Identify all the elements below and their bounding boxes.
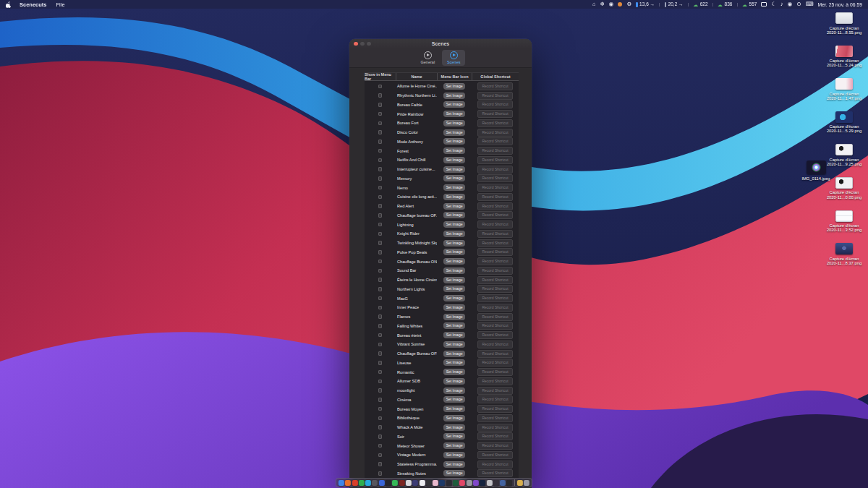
record-shortcut-button[interactable]: Record Shortcut — [477, 469, 512, 477]
dock-app-icon[interactable] — [359, 480, 365, 486]
dock-app-icon[interactable] — [426, 480, 432, 486]
show-in-menubar-checkbox[interactable] — [378, 260, 383, 264]
set-image-button[interactable]: Set Image — [443, 461, 466, 468]
set-image-button[interactable]: Set Image — [443, 166, 466, 173]
set-image-button[interactable]: Set Image — [443, 277, 466, 283]
desktop-file-icon[interactable]: Capture d'écran2020-11...8.37.png — [822, 241, 867, 274]
dock-app-icon[interactable] — [453, 480, 459, 486]
show-in-menubar-checkbox[interactable] — [378, 149, 383, 153]
show-in-menubar-checkbox[interactable] — [378, 425, 383, 429]
show-in-menubar-checkbox[interactable] — [378, 204, 383, 208]
record-shortcut-button[interactable]: Record Shortcut — [477, 377, 512, 385]
set-image-button[interactable]: Set Image — [443, 304, 466, 311]
music-note-icon[interactable]: ♪ — [780, 1, 783, 7]
record-shortcut-button[interactable]: Record Shortcut — [477, 174, 512, 182]
dock-app-icon[interactable] — [459, 480, 465, 486]
show-in-menubar-checkbox[interactable] — [378, 176, 383, 181]
record-shortcut-button[interactable]: Record Shortcut — [477, 451, 512, 459]
record-shortcut-button[interactable]: Record Shortcut — [477, 92, 512, 100]
set-image-button[interactable]: Set Image — [443, 415, 466, 421]
moon-icon[interactable]: ☾ — [771, 1, 776, 7]
dock-app-icon[interactable] — [365, 480, 371, 486]
dock-app-icon[interactable] — [473, 480, 479, 486]
set-image-button[interactable]: Set Image — [443, 147, 466, 154]
record-shortcut-button[interactable]: Record Shortcut — [477, 405, 512, 413]
temperature-sensor-2[interactable]: 20,2 → — [665, 2, 684, 7]
desktop-file-icon[interactable]: Capture d'écran2020-11...8.55.png — [822, 10, 867, 43]
set-image-button[interactable]: Set Image — [443, 442, 466, 449]
show-in-menubar-checkbox[interactable] — [378, 112, 383, 116]
set-image-button[interactable]: Set Image — [443, 83, 466, 90]
close-button[interactable] — [354, 42, 358, 46]
show-in-menubar-checkbox[interactable] — [378, 324, 383, 328]
menu-scenecuts[interactable]: Scenecuts — [20, 1, 47, 8]
show-in-menubar-checkbox[interactable] — [378, 158, 383, 163]
dock-app-icon[interactable] — [345, 480, 351, 486]
desktop-file-icon[interactable]: Capture d'écran2020-11...3.52.png — [822, 208, 867, 241]
set-image-button[interactable]: Set Image — [443, 138, 466, 145]
dock-app-icon[interactable] — [412, 480, 418, 486]
set-image-button[interactable]: Set Image — [443, 101, 466, 108]
set-image-button[interactable]: Set Image — [443, 129, 466, 136]
dock-app-icon[interactable] — [466, 480, 472, 486]
show-in-menubar-checkbox[interactable] — [378, 462, 383, 466]
record-shortcut-button[interactable]: Record Shortcut — [477, 257, 512, 265]
show-in-menubar-checkbox[interactable] — [378, 186, 383, 190]
show-in-menubar-checkbox[interactable] — [378, 213, 383, 218]
show-in-menubar-checkbox[interactable] — [378, 223, 383, 227]
show-in-menubar-checkbox[interactable] — [378, 167, 383, 171]
dock-folder-icon[interactable] — [517, 480, 523, 486]
dock-app-icon[interactable] — [406, 480, 412, 486]
record-shortcut-button[interactable]: Record Shortcut — [477, 129, 512, 137]
dock-trash-icon[interactable] — [524, 480, 529, 486]
set-image-button[interactable]: Set Image — [443, 93, 466, 99]
dock-app-icon[interactable] — [379, 480, 385, 486]
show-in-menubar-checkbox[interactable] — [378, 314, 383, 319]
show-in-menubar-checkbox[interactable] — [378, 453, 383, 458]
timer-icon[interactable]: ⊙ — [796, 1, 801, 7]
show-in-menubar-checkbox[interactable] — [378, 380, 383, 384]
record-shortcut-button[interactable]: Record Shortcut — [477, 137, 512, 145]
set-image-button[interactable]: Set Image — [443, 175, 466, 181]
record-shortcut-button[interactable]: Record Shortcut — [477, 211, 512, 219]
set-image-button[interactable]: Set Image — [443, 351, 466, 357]
show-in-menubar-checkbox[interactable] — [378, 85, 383, 89]
record-shortcut-button[interactable]: Record Shortcut — [477, 239, 512, 247]
record-shortcut-button[interactable]: Record Shortcut — [477, 184, 512, 192]
dock-app-icon[interactable] — [493, 480, 499, 486]
apple-menu-icon[interactable] — [6, 1, 12, 8]
dock-app-icon[interactable] — [506, 480, 512, 486]
show-in-menubar-checkbox[interactable] — [378, 93, 383, 98]
dock-app-icon[interactable] — [433, 480, 438, 486]
set-image-button[interactable]: Set Image — [443, 332, 466, 338]
set-image-button[interactable]: Set Image — [443, 341, 466, 348]
tab-scenes[interactable]: Scenes — [442, 50, 465, 67]
set-image-button[interactable]: Set Image — [443, 258, 466, 265]
set-image-button[interactable]: Set Image — [443, 369, 466, 375]
show-in-menubar-checkbox[interactable] — [378, 121, 383, 126]
home-icon[interactable]: ⌂ — [592, 1, 596, 7]
show-in-menubar-checkbox[interactable] — [378, 370, 383, 374]
dock-app-icon[interactable] — [500, 480, 506, 486]
set-image-button[interactable]: Set Image — [443, 111, 466, 117]
set-image-button[interactable]: Set Image — [443, 378, 466, 385]
record-shortcut-button[interactable]: Record Shortcut — [477, 424, 512, 432]
show-in-menubar-checkbox[interactable] — [378, 103, 383, 107]
show-in-menubar-checkbox[interactable] — [378, 241, 383, 245]
dock-app-icon[interactable] — [439, 480, 445, 486]
show-in-menubar-checkbox[interactable] — [378, 398, 383, 402]
record-shortcut-button[interactable]: Record Shortcut — [477, 156, 512, 164]
desktop-file-icon[interactable]: Capture d'écran2020-11...5.24.png — [822, 43, 867, 77]
record-shortcut-button[interactable]: Record Shortcut — [477, 395, 512, 403]
show-in-menubar-checkbox[interactable] — [378, 306, 383, 310]
set-image-button[interactable]: Set Image — [443, 388, 466, 394]
set-image-button[interactable]: Set Image — [443, 359, 466, 366]
record-shortcut-button[interactable]: Record Shortcut — [477, 359, 512, 367]
window-titlebar[interactable]: Scenes — [349, 39, 532, 48]
desktop-file-icon[interactable]: Capture d'écran2020-11...5.29.png — [822, 109, 867, 142]
co2-sensor-1[interactable]: ☁622 — [693, 2, 707, 7]
record-shortcut-button[interactable]: Record Shortcut — [477, 221, 512, 228]
record-shortcut-button[interactable]: Record Shortcut — [477, 147, 512, 155]
record-shortcut-button[interactable]: Record Shortcut — [477, 100, 512, 108]
record-circle-icon[interactable]: ◉ — [609, 1, 614, 7]
